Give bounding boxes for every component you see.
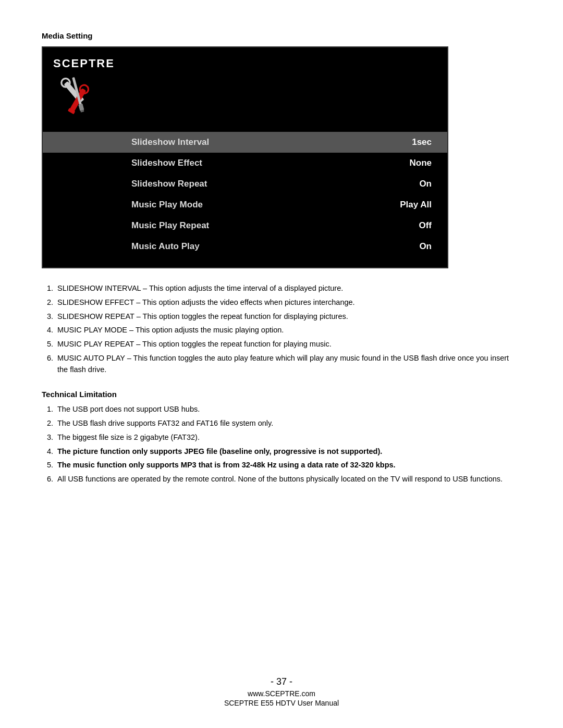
tv-screen: SCEPTRE [42, 46, 448, 268]
list-num: 1. [42, 283, 57, 294]
menu-row-value: On [419, 241, 432, 252]
tv-header: SCEPTRE [43, 47, 447, 127]
page-footer: - 37 - www.SCEPTRE.com SCEPTRE E55 HDTV … [0, 676, 563, 707]
tech-list-num: 5. [42, 460, 57, 471]
menu-row: Music Play ModePlay All [43, 194, 447, 215]
tech-list-text: All USB functions are operated by the re… [57, 474, 521, 485]
list-item: 6.MUSIC AUTO PLAY – This function toggle… [42, 353, 521, 376]
menu-row: Slideshow EffectNone [43, 153, 447, 174]
menu-row-value: Play All [400, 200, 432, 210]
tech-list-item: 4.The picture function only supports JPE… [42, 446, 521, 458]
menu-row-value: 1sec [412, 137, 432, 147]
list-text: MUSIC AUTO PLAY – This function toggles … [57, 353, 521, 376]
menu-row-label: Music Auto Play [131, 241, 419, 252]
tech-list-text: The biggest file size is 2 gigabyte (FAT… [57, 432, 521, 443]
menu-rows: Slideshow Interval1secSlideshow EffectNo… [43, 132, 447, 267]
list-text: SLIDESHOW INTERVAL – This option adjusts… [57, 283, 521, 294]
menu-row-label: Music Play Mode [131, 200, 400, 210]
tech-list-item: 3.The biggest file size is 2 gigabyte (F… [42, 432, 521, 443]
menu-row-value: Off [419, 220, 432, 231]
menu-row: Music Play RepeatOff [43, 215, 447, 236]
page-number: - 37 - [0, 676, 563, 687]
menu-row-label: Slideshow Effect [131, 158, 410, 168]
tech-list-num: 3. [42, 432, 57, 443]
list-text: MUSIC PLAY MODE – This option adjusts th… [57, 325, 521, 336]
menu-row-value: None [410, 158, 432, 168]
list-num: 2. [42, 297, 57, 309]
tech-list-item: 1.The USB port does not support USB hubs… [42, 404, 521, 415]
list-item: 4.MUSIC PLAY MODE – This option adjusts … [42, 325, 521, 336]
menu-row-label: Slideshow Repeat [131, 179, 419, 189]
list-num: 3. [42, 311, 57, 323]
footer-manual: SCEPTRE E55 HDTV User Manual [0, 699, 563, 707]
list-text: MUSIC PLAY REPEAT – This option toggles … [57, 339, 521, 350]
list-text: SLIDESHOW EFFECT – This option adjusts t… [57, 297, 521, 309]
tech-list-text: The picture function only supports JPEG … [57, 446, 521, 458]
list-text: SLIDESHOW REPEAT – This option toggles t… [57, 311, 521, 323]
tech-list-num: 6. [42, 474, 57, 485]
menu-row-value: On [419, 179, 432, 189]
list-num: 5. [42, 339, 57, 350]
footer-url: www.SCEPTRE.com [0, 689, 563, 698]
list-item: 1.SLIDESHOW INTERVAL – This option adjus… [42, 283, 521, 294]
tech-list-num: 4. [42, 446, 57, 458]
tech-list-item: 2.The USB flash drive supports FAT32 and… [42, 418, 521, 429]
tech-list-num: 2. [42, 418, 57, 429]
tech-limit-title: Technical Limitation [42, 390, 521, 399]
menu-row: Slideshow RepeatOn [43, 174, 447, 194]
list-item: 3.SLIDESHOW REPEAT – This option toggles… [42, 311, 521, 323]
tech-list-num: 1. [42, 404, 57, 415]
page-content: Media Setting SCEPTRE [0, 0, 563, 541]
menu-row-label: Music Play Repeat [131, 220, 419, 231]
list-item: 2.SLIDESHOW EFFECT – This option adjusts… [42, 297, 521, 309]
list-item: 5.MUSIC PLAY REPEAT – This option toggle… [42, 339, 521, 350]
tech-list-text: The USB port does not support USB hubs. [57, 404, 521, 415]
feature-list: 1.SLIDESHOW INTERVAL – This option adjus… [42, 283, 521, 375]
list-num: 4. [42, 325, 57, 336]
tech-list-text: The USB flash drive supports FAT32 and F… [57, 418, 521, 429]
tech-list-item: 5.The music function only supports MP3 t… [42, 460, 521, 471]
sceptre-brand: SCEPTRE [53, 57, 115, 70]
sceptre-tools-icon [53, 75, 100, 121]
menu-row-label: Slideshow Interval [131, 137, 412, 147]
tech-list: 1.The USB port does not support USB hubs… [42, 404, 521, 485]
svg-rect-7 [78, 104, 84, 111]
menu-row: Music Auto PlayOn [43, 236, 447, 257]
tech-list-item: 6.All USB functions are operated by the … [42, 474, 521, 485]
list-num: 6. [42, 353, 57, 376]
sceptre-logo-area: SCEPTRE [53, 57, 115, 121]
section-title: Media Setting [42, 31, 521, 40]
menu-row: Slideshow Interval1sec [43, 132, 447, 153]
tech-list-text: The music function only supports MP3 tha… [57, 460, 521, 471]
